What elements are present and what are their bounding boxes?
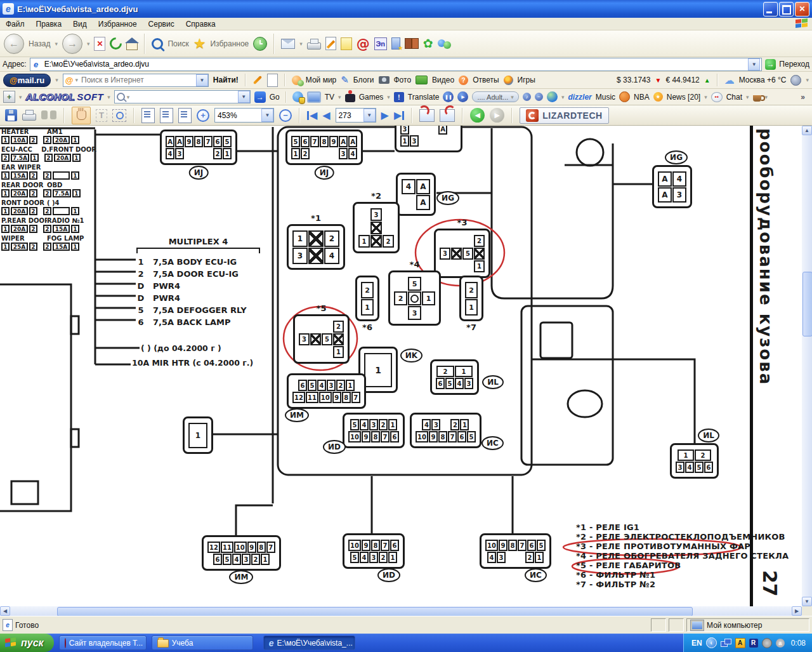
- scroll-left-icon[interactable]: ◀: [0, 606, 10, 616]
- zoom-dropdown-icon[interactable]: ▼: [261, 109, 273, 122]
- weather-text[interactable]: Москва +6 °C: [739, 76, 787, 84]
- scroll-up-icon[interactable]: ▲: [802, 126, 812, 135]
- chat-label[interactable]: Chat: [726, 93, 742, 102]
- facing-page-layout-button[interactable]: [160, 108, 173, 123]
- go-arrow-icon[interactable]: →: [765, 59, 776, 70]
- close-button[interactable]: ✕: [795, 2, 809, 17]
- player-play-icon[interactable]: ▶: [457, 91, 468, 102]
- refresh-icon[interactable]: [108, 35, 125, 52]
- go-label[interactable]: Переход: [779, 60, 809, 69]
- back-button[interactable]: ←: [4, 34, 24, 54]
- edit-icon[interactable]: [325, 37, 336, 50]
- address-input-box[interactable]: e ▼: [30, 58, 763, 71]
- alcohol-go-label[interactable]: Go: [270, 93, 280, 102]
- previous-page-button[interactable]: ◀: [322, 109, 330, 121]
- back-dropdown-icon[interactable]: ▾: [55, 41, 58, 47]
- page-dropdown-icon[interactable]: ▼: [363, 109, 376, 122]
- stop-icon[interactable]: ✕: [94, 37, 105, 51]
- my-world-icon[interactable]: [292, 76, 301, 85]
- lizardtech-button[interactable]: LIZARDTECH: [520, 107, 608, 124]
- punto-tray-icon[interactable]: A: [735, 638, 745, 648]
- window-titlebar[interactable]: e E:\моЁ\Учеба\vista_ardeo.djvu ✕: [0, 0, 812, 18]
- print-icon[interactable]: [307, 43, 321, 50]
- mailru-link-myworld[interactable]: Мой мир: [306, 76, 336, 84]
- menu-help[interactable]: Справка: [180, 20, 221, 29]
- player-pause-icon[interactable]: ❚❚: [443, 91, 454, 102]
- text-select-tool[interactable]: T: [96, 109, 107, 122]
- translate-label[interactable]: Translate: [408, 93, 440, 102]
- games-joystick-icon[interactable]: [345, 94, 355, 102]
- tv-label[interactable]: TV: [325, 93, 334, 102]
- cup-dropdown-icon[interactable]: ▾: [765, 94, 768, 100]
- messenger-icon[interactable]: [391, 37, 400, 50]
- mailru-search-input[interactable]: [80, 75, 194, 85]
- continuous-layout-button[interactable]: [178, 108, 192, 123]
- alcohol-logo[interactable]: ALCOHOLSOFT: [26, 91, 104, 102]
- vertical-scrollbar[interactable]: [802, 126, 812, 606]
- translate-bang-icon[interactable]: !: [394, 92, 404, 102]
- compose-icon[interactable]: [253, 76, 262, 84]
- rotate-right-button[interactable]: [440, 109, 455, 122]
- menu-view[interactable]: Вид: [67, 20, 93, 29]
- djvu-print-icon[interactable]: [22, 114, 36, 121]
- photo-icon[interactable]: [379, 76, 390, 84]
- blogs-icon[interactable]: ✎: [341, 74, 349, 86]
- tv-icon[interactable]: [307, 91, 321, 103]
- pan-tool-button[interactable]: [72, 107, 91, 124]
- mailru-search-box[interactable]: @ ▾ ▼: [63, 74, 209, 87]
- research-icon[interactable]: [405, 38, 419, 49]
- alcohol-search-combo-icon[interactable]: ▼: [238, 91, 250, 103]
- minimize-button[interactable]: [763, 2, 778, 17]
- menu-tools[interactable]: Сервис: [143, 20, 180, 29]
- mailru-search-dropdown-icon[interactable]: ▾: [75, 77, 79, 83]
- hide-icons-chevron[interactable]: ‹: [706, 637, 717, 648]
- scroll-right-icon[interactable]: ▶: [792, 606, 802, 616]
- games-dropdown-icon[interactable]: ▾: [387, 94, 390, 100]
- menu-file[interactable]: Файл: [0, 20, 30, 29]
- address-input[interactable]: [43, 59, 746, 69]
- zoom-level-input[interactable]: [215, 111, 261, 120]
- games-label[interactable]: Games: [359, 93, 384, 102]
- mailru-link-video[interactable]: Видео: [432, 76, 454, 84]
- network-tray-icon[interactable]: [721, 639, 731, 647]
- zoom-out-button[interactable]: −: [279, 109, 292, 122]
- find-binoculars-icon[interactable]: [41, 110, 56, 120]
- home-icon[interactable]: [126, 43, 138, 50]
- translate-icon[interactable]: Эn: [374, 37, 387, 50]
- coffee-cup-icon[interactable]: [753, 95, 761, 102]
- volume-icon[interactable]: ♪: [523, 93, 531, 101]
- nba-label[interactable]: NBA: [634, 93, 650, 102]
- history-back-button[interactable]: ◀: [470, 108, 485, 123]
- first-page-button[interactable]: ◀: [307, 109, 317, 121]
- taskbar-task-site[interactable]: Сайт владельцев Т...: [59, 635, 147, 650]
- forward-dropdown-icon[interactable]: ▾: [87, 41, 90, 47]
- alcohol-plus-button[interactable]: +: [3, 91, 15, 103]
- horizontal-scroll-thumb[interactable]: [57, 607, 693, 616]
- scroll-down-icon[interactable]: ▼: [802, 597, 812, 606]
- zoom-select-tool[interactable]: [112, 109, 126, 122]
- djvu-document-page[interactable]: HEATERAM1110A2220A1ECU-ACCD.FRONT DOOR27…: [0, 126, 802, 606]
- mailru-settings-dropdown-icon[interactable]: ▾: [806, 77, 809, 83]
- maximize-button[interactable]: [779, 2, 794, 17]
- history-icon[interactable]: [253, 37, 267, 51]
- taskbar-task-djvu-active[interactable]: e E:\моЁ\Учеба\vista_...: [263, 635, 355, 650]
- page-combo[interactable]: ▼: [336, 108, 376, 123]
- single-page-layout-button[interactable]: [141, 108, 155, 123]
- answers-icon[interactable]: ?: [459, 76, 468, 85]
- favorites-star-icon[interactable]: ★: [193, 37, 206, 51]
- mail-dropdown-icon[interactable]: ▾: [299, 41, 303, 47]
- taskbar-task-folder[interactable]: Учеба: [152, 635, 253, 650]
- video-icon[interactable]: [416, 76, 428, 84]
- nba-basketball-icon[interactable]: [619, 91, 630, 102]
- mailru-link-answers[interactable]: Ответы: [473, 76, 499, 84]
- globe-shield-icon[interactable]: [292, 91, 303, 102]
- vertical-scroll-thumb[interactable]: [802, 272, 812, 336]
- search-icon[interactable]: [152, 38, 163, 50]
- address-dropdown-icon[interactable]: ▼: [748, 58, 760, 70]
- mailru-link-photo[interactable]: Фото: [394, 76, 412, 84]
- alcohol-logo-dropdown-icon[interactable]: ▾: [107, 94, 110, 100]
- rotate-left-button[interactable]: [419, 109, 435, 122]
- mailru-search-combo-icon[interactable]: ▼: [196, 74, 208, 86]
- start-button[interactable]: пуск: [0, 634, 54, 652]
- mail-icon[interactable]: [281, 39, 295, 49]
